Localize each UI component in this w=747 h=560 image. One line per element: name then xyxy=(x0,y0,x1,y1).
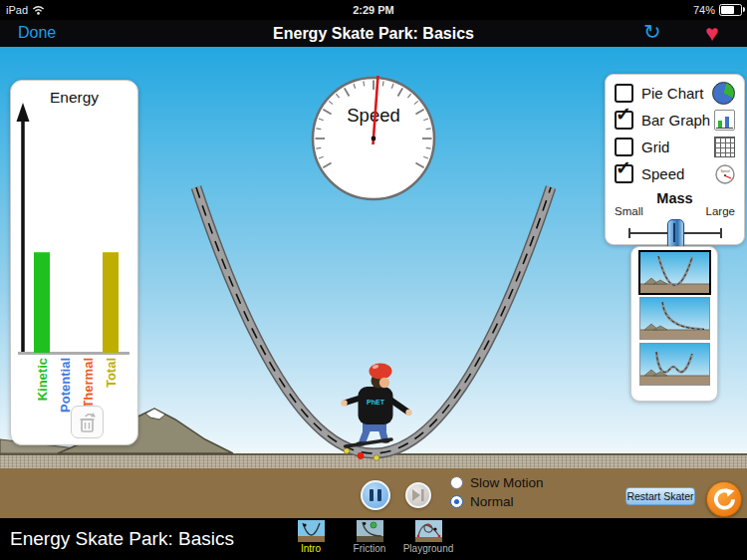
sim-bottom-bar: Energy Skate Park: Basics Intro Friction xyxy=(0,518,747,560)
energy-bar-label-total: Total xyxy=(104,358,119,388)
ios-nav-bar: Done Energy Skate Park: Basics ↻ ♥ xyxy=(0,20,747,47)
playground-tab-icon xyxy=(415,520,442,542)
view-options-panel: ✓ Pie Chart ✓ Bar Graph ✓ Grid ✓ Speed S… xyxy=(605,74,745,245)
track-option-slope[interactable] xyxy=(640,298,709,339)
reset-all-button[interactable] xyxy=(706,481,742,517)
svg-text:Speed: Speed xyxy=(720,168,729,172)
slow-motion-radio-circle[interactable] xyxy=(450,476,463,489)
screen: iPad 2:29 PM 74% Done Energy Skate Park:… xyxy=(0,0,747,560)
reset-all-icon xyxy=(712,487,736,511)
intro-tab-label: Intro xyxy=(301,543,321,554)
grid-icon xyxy=(714,137,735,157)
bar-graph-label: Bar Graph xyxy=(641,112,714,129)
mass-max-label: Large xyxy=(706,205,735,217)
energy-bar-label-potential: Potential xyxy=(58,358,73,413)
energy-bar-graph-panel: Energy KineticPotentialThermalTotal xyxy=(10,80,138,445)
energy-chart: KineticPotentialThermalTotal xyxy=(11,81,137,444)
speed-label: Speed xyxy=(641,165,715,182)
pie-chart-checkbox[interactable]: ✓ xyxy=(615,84,633,103)
pie-chart-label: Pie Chart xyxy=(641,85,712,102)
checkbox-row-bar-graph[interactable]: ✓ Bar Graph xyxy=(606,107,744,134)
tab-playground[interactable]: Playground xyxy=(400,520,456,554)
step-forward-button[interactable] xyxy=(405,482,431,508)
energy-bar-total xyxy=(103,252,119,353)
gauge-pivot xyxy=(372,137,376,141)
sim-title: Energy Skate Park: Basics xyxy=(10,518,234,560)
speed-checkbox[interactable]: ✓ xyxy=(615,164,633,183)
grid-label: Grid xyxy=(641,139,714,155)
bar-graph-checkbox[interactable]: ✓ xyxy=(615,111,633,130)
clear-thermal-button[interactable] xyxy=(71,406,104,438)
energy-bar-kinetic xyxy=(34,252,50,353)
pause-button[interactable] xyxy=(361,480,390,510)
pause-icon xyxy=(370,489,374,501)
ground-dirt xyxy=(0,453,747,468)
normal-radio[interactable]: Normal xyxy=(450,494,514,509)
bar-graph-icon xyxy=(714,110,735,131)
normal-radio-circle[interactable] xyxy=(450,495,463,508)
step-forward-icon xyxy=(411,489,425,501)
trash-restore-icon xyxy=(78,412,98,433)
mass-label: Mass xyxy=(606,190,744,206)
battery-icon xyxy=(719,4,742,16)
checkbox-row-speed[interactable]: ✓ Speed Speed xyxy=(606,160,744,187)
friction-tab-label: Friction xyxy=(354,543,386,554)
tab-intro[interactable]: Intro xyxy=(290,520,332,554)
grid-checkbox[interactable]: ✓ xyxy=(615,138,633,156)
refresh-icon[interactable]: ↻ xyxy=(643,20,661,44)
clock: 2:29 PM xyxy=(0,4,747,16)
heart-icon[interactable]: ♥ xyxy=(705,20,719,47)
friction-tab-icon xyxy=(357,520,383,542)
mass-slider-handle[interactable] xyxy=(667,219,684,249)
energy-bar-label-kinetic: Kinetic xyxy=(35,358,50,401)
speed-gauge: Speed xyxy=(310,73,437,204)
page-title: Energy Skate Park: Basics xyxy=(0,25,747,43)
track-option-u-shaped[interactable] xyxy=(640,252,709,293)
battery-percent: 74% xyxy=(693,4,715,16)
slow-motion-label: Slow Motion xyxy=(470,475,544,490)
energy-bar-label-thermal: Thermal xyxy=(81,358,96,409)
slow-motion-radio[interactable]: Slow Motion xyxy=(450,475,544,490)
track-option-double-well[interactable] xyxy=(640,344,709,385)
intro-tab-icon xyxy=(298,520,325,542)
speedometer-icon: Speed xyxy=(715,164,735,184)
tab-friction[interactable]: Friction xyxy=(347,520,392,554)
status-bar: iPad 2:29 PM 74% xyxy=(0,0,747,20)
mass-min-label: Small xyxy=(615,205,643,217)
track-selector-panel xyxy=(630,246,718,402)
pie-chart-icon xyxy=(712,82,735,105)
energy-panel-title: Energy xyxy=(11,89,137,107)
normal-label: Normal xyxy=(470,494,514,509)
restart-skater-button[interactable]: Restart Skater xyxy=(625,487,695,505)
playground-tab-label: Playground xyxy=(403,543,454,554)
